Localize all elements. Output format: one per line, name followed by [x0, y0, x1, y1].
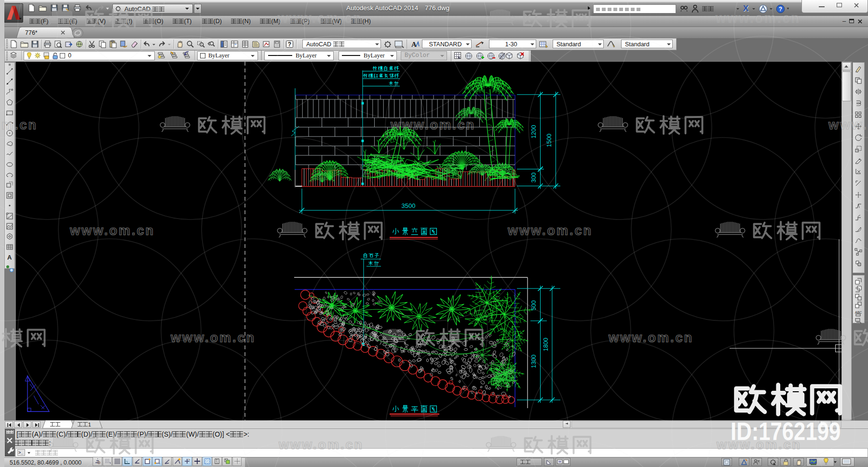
- svg-text:1800: 1800: [542, 338, 549, 351]
- svg-text:3500: 3500: [402, 202, 416, 209]
- svg-text:1200: 1200: [530, 125, 537, 138]
- svg-text:A: A: [411, 41, 417, 48]
- svg-text:1500: 1500: [546, 134, 553, 147]
- svg-text:500: 500: [530, 301, 537, 311]
- svg-text:300: 300: [530, 173, 537, 183]
- svg-text:1300: 1300: [530, 355, 537, 368]
- svg-text:?: ?: [779, 6, 782, 13]
- svg-text:?: ?: [288, 41, 291, 48]
- svg-text:776*: 776*: [25, 29, 38, 36]
- svg-text:ABC: ABC: [855, 311, 862, 314]
- svg-text:A: A: [7, 254, 12, 261]
